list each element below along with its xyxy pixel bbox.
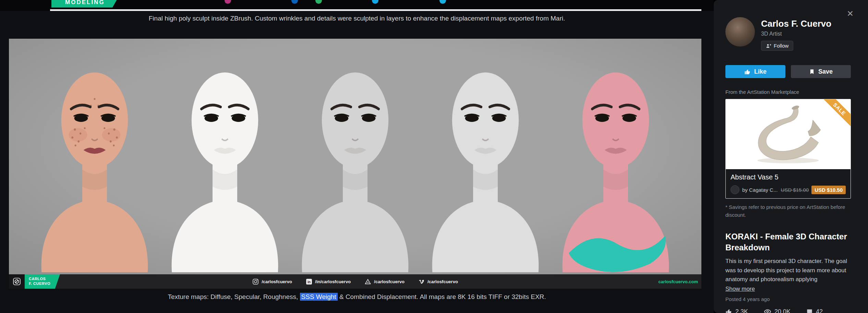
modeling-badge: MODELING	[51, 0, 119, 8]
busts-row	[9, 39, 701, 274]
marketplace-heading: From the ArtStation Marketplace	[725, 89, 851, 95]
follow-button[interactable]: Follow	[761, 41, 793, 51]
product-old-price: USD $15.00	[781, 187, 809, 193]
likes-count: 2.3K	[735, 308, 748, 313]
artwork-viewer: MODELING Final high poly sculpt inside Z…	[0, 0, 714, 313]
marketplace-disclaimer: * Savings refer to previous price on Art…	[725, 203, 851, 219]
eye-icon	[764, 308, 771, 313]
social-item-instagram: /carlosfcuervo	[252, 278, 292, 285]
product-card[interactable]: SALE Abstract Vase 5 by Cagatay C... USD…	[725, 99, 851, 199]
product-info: Abstract Vase 5 by Cagatay C... USD $15.…	[726, 169, 851, 198]
social-remnant-icon	[315, 0, 322, 4]
instagram-remnant-icon	[225, 0, 231, 4]
project-description: This is my first personal 3D character. …	[725, 257, 851, 284]
comment-icon	[806, 309, 813, 313]
save-label: Save	[818, 68, 833, 75]
bust-diffuse	[33, 57, 156, 272]
action-buttons: Like Save	[725, 65, 851, 78]
social-handle: /in/carlosfcuervo	[315, 279, 351, 284]
stat-comments: 42	[806, 308, 823, 313]
project-title: KORAKI - Female 3D Character Breakdown	[725, 231, 851, 253]
image-caption-top: Final high poly sculpt inside ZBrush. Cu…	[0, 15, 714, 22]
product-seller[interactable]: by Cagatay C...	[742, 187, 781, 193]
product-title[interactable]: Abstract Vase 5	[731, 173, 846, 181]
show-more-link[interactable]: Show more	[725, 286, 755, 292]
product-image: SALE	[726, 99, 851, 169]
social-handle: /carlosfcuervo	[374, 279, 405, 284]
bust-roughness	[293, 57, 417, 272]
bust-combined-displacement	[554, 57, 677, 272]
watermark-badge: CARLOS F. CUERVO	[9, 274, 60, 289]
bust-specular	[163, 57, 287, 272]
thumbs-up-icon	[744, 68, 751, 75]
close-icon[interactable]: ✕	[847, 10, 854, 18]
seller-avatar[interactable]	[731, 185, 739, 194]
socials-list: /carlosfcuervo in /in/carlosfcuervo	[252, 278, 458, 285]
social-handle: /carlosfcuervo	[262, 279, 292, 284]
social-item-artstation: /carlosfcuervo	[364, 278, 405, 285]
svg-text:in: in	[308, 280, 311, 284]
comments-count: 42	[816, 308, 823, 313]
bust-sss-weight	[424, 57, 547, 272]
views-count: 20.0K	[774, 308, 791, 313]
product-price-badge: USD $10.50	[811, 186, 846, 194]
website-link: carlosfcuervo.com	[658, 279, 698, 284]
stat-likes: 2.3K	[725, 308, 748, 313]
project-lightbox: MODELING Final high poly sculpt inside Z…	[0, 0, 868, 313]
vimeo-icon	[418, 278, 425, 285]
artist-header: Carlos F. Cuervo 3D Artist Follow	[725, 17, 851, 51]
stat-views: 20.0K	[764, 308, 791, 313]
project-side-panel: ✕ Carlos F. Cuervo 3D Artist Follow	[714, 0, 868, 313]
artwork-image[interactable]: CARLOS F. CUERVO /carlosfcuervo	[9, 39, 701, 289]
artstation-remnant-icon	[372, 0, 378, 4]
image-footer-bar: CARLOS F. CUERVO /carlosfcuervo	[9, 274, 701, 289]
previous-image-strip: MODELING	[0, 0, 714, 11]
bookmark-icon	[809, 69, 815, 75]
watermark-text: CARLOS F. CUERVO	[25, 274, 60, 289]
artist-name[interactable]: Carlos F. Cuervo	[761, 18, 831, 29]
caption-highlight: SSS Weight	[300, 293, 338, 301]
linkedin-remnant-icon	[291, 0, 298, 4]
vimeo-remnant-icon	[439, 0, 446, 4]
like-button[interactable]: Like	[725, 65, 785, 78]
follow-label: Follow	[774, 43, 788, 49]
artist-logo-icon	[9, 274, 25, 289]
social-item-linkedin: in /in/carlosfcuervo	[306, 278, 351, 285]
stats-row: 2.3K 20.0K 42	[725, 308, 851, 313]
thumbs-up-icon	[725, 308, 732, 313]
social-handle: /carlosfcuervo	[427, 279, 458, 284]
social-item-vimeo: /carlosfcuervo	[418, 278, 458, 285]
instagram-icon	[252, 278, 259, 285]
image-caption-bottom: Texture maps: Diffuse, Specular, Roughne…	[0, 293, 714, 301]
linkedin-icon: in	[306, 278, 312, 285]
vase-illustration	[735, 102, 841, 166]
artist-avatar[interactable]	[725, 17, 755, 47]
like-label: Like	[754, 68, 767, 75]
save-button[interactable]: Save	[791, 65, 851, 78]
person-plus-icon	[766, 43, 771, 49]
artstation-icon	[364, 278, 371, 285]
previous-image-edge	[50, 9, 701, 11]
posted-date: Posted 4 years ago	[725, 296, 851, 302]
artist-role: 3D Artist	[761, 31, 831, 37]
